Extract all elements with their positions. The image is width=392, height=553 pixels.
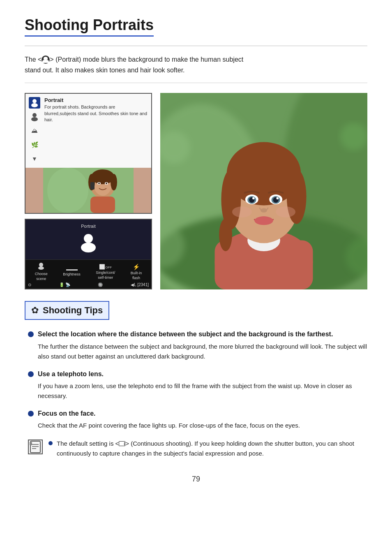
tip-item-2: Use a telephoto lens. If you have a zoom…	[25, 370, 367, 401]
sports-icon: 🌿	[29, 139, 40, 150]
menu-desc-col: Portrait For portrait shots. Backgrounds…	[44, 97, 148, 123]
portrait-mode-icon	[29, 97, 40, 109]
landscape-icon	[29, 111, 40, 123]
svg-point-18	[81, 243, 96, 252]
tip-bullet-2	[28, 371, 34, 377]
svg-point-26	[340, 123, 367, 150]
tip-bold-1: Select the location where the distance b…	[38, 330, 333, 339]
svg-point-17	[84, 234, 93, 243]
note-content: The default setting is <> (Continuous sh…	[48, 439, 367, 458]
svg-point-13	[98, 183, 100, 184]
tip-bullet-3	[28, 411, 34, 416]
svg-point-5	[47, 168, 88, 213]
note-box: The default setting is <> (Continuous sh…	[25, 439, 367, 458]
menu-mode-title: Portrait	[44, 97, 148, 103]
tips-title: Shooting Tips	[43, 305, 103, 316]
tip-item-1: Select the location where the distance b…	[25, 330, 367, 361]
images-section: ⛰ 🌿 ▼ Portrait For portrait shots. Backg…	[25, 93, 367, 289]
svg-point-1	[31, 103, 38, 107]
svg-point-45	[277, 197, 279, 199]
lcd-screen: Portrait Choose scene	[25, 219, 152, 289]
lcd-status-bar: ⊙ 🔋 📡 🔘 ◀L [2341]	[25, 281, 151, 289]
tip-text-3: Check that the AF point covering the fac…	[38, 421, 367, 430]
lcd-brightness: ▬▬▬ Brightness	[63, 267, 81, 276]
camera-preview-top	[25, 168, 151, 213]
camera-ui-panel: ⛰ 🌿 ▼ Portrait For portrait shots. Backg…	[25, 93, 152, 289]
title-divider	[25, 46, 367, 46]
lcd-mode-label: Portrait	[30, 224, 147, 229]
lcd-drive: ⬜OFF Single/cont/ self-timer	[96, 264, 115, 280]
note-bullet	[48, 441, 53, 445]
svg-point-14	[106, 183, 107, 184]
tip-item-3: Focus on the face. Check that the AF poi…	[25, 409, 367, 430]
lcd-bottom-bar: Choose scene ▬▬▬ Brightness ⬜OFF Single/…	[25, 259, 151, 283]
svg-point-19	[39, 263, 43, 267]
page-title: Shooting Portraits	[25, 16, 154, 37]
note-text: The default setting is <> (Continuous sh…	[57, 439, 367, 458]
portrait-photo	[160, 93, 367, 289]
intro-paragraph: The < > (Portrait) mode blurs the backgr…	[25, 54, 367, 83]
camera-menu-box: ⛰ 🌿 ▼ Portrait For portrait shots. Backg…	[25, 93, 152, 214]
lcd-flash: ⚡ Built-in flash	[131, 264, 142, 280]
svg-point-10	[111, 174, 117, 190]
lcd-portrait-icon	[30, 232, 147, 256]
closeup-icon: ⛰	[29, 125, 40, 137]
portrait-photo-svg	[160, 93, 367, 289]
svg-rect-54	[30, 442, 32, 445]
svg-rect-16	[90, 182, 95, 190]
tips-list: Select the location where the distance b…	[25, 330, 367, 430]
lcd-choose-scene: Choose scene	[35, 262, 48, 281]
tip-text-2: If you have a zoom lens, use the telepho…	[38, 381, 367, 401]
shooting-tips-header: ✿ Shooting Tips	[25, 301, 109, 320]
menu-icons-col: ⛰ 🌿 ▼	[29, 97, 40, 164]
svg-rect-15	[90, 197, 115, 213]
svg-point-0	[32, 99, 37, 103]
svg-point-49	[276, 206, 295, 217]
preview-image	[43, 168, 134, 213]
tips-icon: ✿	[31, 305, 39, 316]
svg-point-2	[32, 113, 37, 117]
svg-point-47	[254, 216, 273, 225]
svg-point-37	[219, 219, 232, 252]
svg-point-20	[38, 266, 44, 270]
menu-mode-desc: For portrait shots. Backgrounds are blur…	[44, 104, 148, 123]
svg-point-48	[232, 206, 252, 217]
tip-text-1: The further the distance between the sub…	[38, 342, 367, 361]
tip-bold-3: Focus on the face.	[38, 409, 95, 418]
tip-bullet-1	[28, 331, 34, 337]
night-icon: ▼	[29, 153, 40, 164]
tip-bold-2: Use a telephoto lens.	[38, 370, 104, 379]
note-icon	[28, 440, 43, 454]
page-number: 79	[25, 475, 367, 484]
svg-point-44	[252, 197, 254, 199]
svg-point-3	[31, 117, 38, 121]
